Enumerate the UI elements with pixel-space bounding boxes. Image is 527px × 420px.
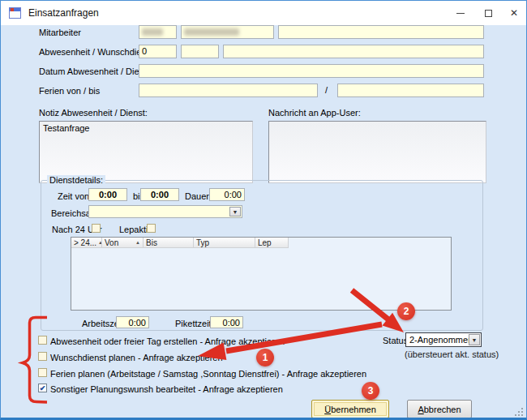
bereichsart-combobox[interactable]: ▼ bbox=[88, 205, 242, 218]
grid-column-lep[interactable]: Lep bbox=[255, 238, 289, 248]
redacted-text bbox=[184, 28, 239, 36]
mitarbeiter-extra-field[interactable] bbox=[278, 25, 484, 39]
abwesenheit-text-field[interactable] bbox=[223, 45, 484, 58]
planungswunsch-checkbox[interactable]: ✔ bbox=[38, 384, 47, 392]
einsatzanfragen-dialog: Einsatzanfragen ✕ Mitarbeiter Abwesenhei… bbox=[0, 0, 527, 420]
abwesenheit-erstellen-checkbox[interactable] bbox=[38, 336, 47, 345]
wunschdienst-planen-label: Wunschdienst planen - Anfrage akzeptiere… bbox=[50, 353, 223, 362]
minimize-icon bbox=[456, 13, 465, 14]
abwesenheit-label: Abwesenheit / Wunschdienst bbox=[39, 47, 153, 57]
window-title: Einsatzanfragen bbox=[28, 7, 99, 19]
ferien-planen-checkbox[interactable] bbox=[38, 368, 47, 377]
datum-label: Datum Abwesenheit / Dienst bbox=[39, 66, 151, 76]
wunschdienst-planen-checkbox[interactable] bbox=[38, 352, 47, 361]
close-button[interactable]: ✕ bbox=[500, 1, 527, 25]
mitarbeiter-name-field[interactable] bbox=[181, 25, 274, 39]
pikettzeit-field[interactable]: 0:00 bbox=[210, 316, 243, 328]
maximize-button[interactable] bbox=[474, 1, 502, 25]
arbeitszeit-field[interactable]: 0:00 bbox=[116, 316, 149, 328]
ferien-planen-label: Ferien planen (Arbeitstage / Samstag ,So… bbox=[50, 369, 366, 379]
nachricht-textarea[interactable] bbox=[268, 121, 486, 183]
grid-column-von[interactable]: Von▲ bbox=[102, 238, 144, 248]
abwesenheit-erstellen-label: Abwesenheit oder freier Tag erstellen - … bbox=[50, 336, 285, 346]
status-hint: (übersteuert akt. status) bbox=[405, 349, 499, 359]
bis-field[interactable]: 0:00 bbox=[140, 188, 179, 201]
ferien-label: Ferien von / bis bbox=[39, 86, 100, 96]
ferien-von-field[interactable] bbox=[139, 84, 318, 97]
abwesenheit-code-field[interactable] bbox=[181, 45, 219, 58]
check-icon: ✔ bbox=[40, 384, 46, 392]
resize-grip[interactable] bbox=[513, 406, 523, 416]
status-combobox[interactable]: 2-Angenommen ▼ bbox=[405, 332, 482, 347]
grid-column-typ[interactable]: Typ bbox=[194, 238, 255, 248]
planungswunsch-label: Sonstiger Planungswunsh bearbeitet - Anf… bbox=[50, 384, 283, 394]
nachricht-label: Nachricht an App-User: bbox=[268, 108, 361, 118]
dienstdetails-title: Dienstdetails: bbox=[47, 175, 105, 185]
dienst-grid[interactable]: > 24...▲ Von▲ Bis Typ Lep bbox=[71, 237, 452, 311]
notiz-textarea[interactable]: Testanfrage bbox=[39, 121, 253, 183]
minimize-button[interactable] bbox=[447, 1, 474, 25]
close-icon: ✕ bbox=[510, 8, 518, 18]
annotation-badge-2: 2 bbox=[397, 302, 415, 320]
grid-column-24[interactable]: > 24...▲ bbox=[71, 238, 102, 248]
uebernehmen-button[interactable]: Übernehmen bbox=[311, 400, 389, 418]
dienst-grid-header[interactable]: > 24...▲ Von▲ Bis Typ Lep bbox=[71, 238, 289, 248]
notiz-label: Notiz Abwesenheit / Dienst: bbox=[39, 108, 148, 118]
sort-asc-icon: ▲ bbox=[135, 240, 140, 245]
dauer-label: Dauer bbox=[185, 191, 209, 201]
ferien-separator: / bbox=[325, 85, 328, 95]
pikettzeit-label: Pikettzeit bbox=[175, 319, 212, 328]
nach-24-uhr-checkbox[interactable] bbox=[92, 224, 101, 233]
zeit-von-label: Zeit von bbox=[58, 191, 89, 201]
zeit-von-field[interactable]: 0:00 bbox=[88, 188, 127, 201]
dauer-field[interactable]: 0:00 bbox=[209, 188, 245, 201]
mitarbeiter-id-field[interactable] bbox=[139, 25, 177, 39]
abwesenheit-count-field[interactable]: 0 bbox=[139, 45, 177, 58]
chevron-down-icon[interactable]: ▼ bbox=[229, 207, 241, 216]
annotation-badge-3: 3 bbox=[362, 382, 379, 400]
datum-field[interactable] bbox=[139, 64, 484, 78]
app-icon bbox=[9, 7, 21, 19]
status-label: Status bbox=[383, 336, 408, 345]
mitarbeiter-label: Mitarbeiter bbox=[39, 28, 81, 37]
lepaktiv-checkbox[interactable] bbox=[147, 224, 156, 233]
abbrechen-button[interactable]: Abbrechen bbox=[407, 400, 472, 418]
maximize-icon bbox=[485, 10, 492, 17]
chevron-down-icon[interactable]: ▼ bbox=[469, 334, 480, 345]
grid-column-bis[interactable]: Bis bbox=[144, 238, 194, 248]
annotation-badge-1: 1 bbox=[256, 349, 274, 366]
redacted-text bbox=[142, 28, 163, 36]
ferien-bis-field[interactable] bbox=[337, 84, 484, 97]
titlebar[interactable]: Einsatzanfragen ✕ bbox=[1, 1, 526, 25]
